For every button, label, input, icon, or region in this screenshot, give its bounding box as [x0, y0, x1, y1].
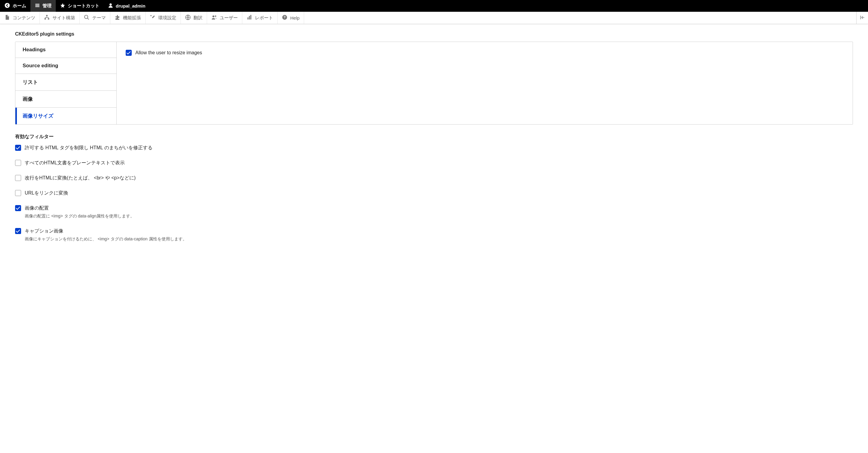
- svg-point-4: [110, 3, 112, 6]
- appearance-icon: [84, 15, 90, 21]
- structure-icon: [44, 15, 50, 21]
- filter-label: 画像の配置: [25, 205, 49, 211]
- manage-button[interactable]: 管理: [30, 0, 56, 12]
- svg-rect-12: [247, 18, 248, 20]
- toolbar-extend[interactable]: 機能拡張: [110, 12, 146, 24]
- svg-rect-2: [35, 5, 39, 6]
- filter-row: 許可する HTML タグを制限し HTML のまちがいを修正する: [15, 145, 853, 151]
- user-label: drupal_admin: [116, 3, 145, 8]
- toolbar-config-label: 環境設定: [158, 15, 176, 21]
- svg-rect-17: [860, 16, 861, 19]
- filter-checkbox[interactable]: [15, 205, 21, 211]
- resize-allow-checkbox[interactable]: [126, 50, 132, 56]
- toolbar-collapse-button[interactable]: [856, 12, 868, 24]
- filter-checkbox[interactable]: [15, 175, 21, 181]
- back-home-button[interactable]: ホーム: [0, 0, 30, 12]
- toolbar-translate-label: 翻訳: [193, 15, 203, 21]
- filter-item: 画像の配置画像の配置に <img> タグの data-align属性を使用します…: [15, 205, 853, 219]
- svg-point-11: [215, 16, 216, 17]
- filter-checkbox[interactable]: [15, 228, 21, 234]
- toolbar-people[interactable]: ユーザー: [207, 12, 242, 24]
- toolbar-appearance-label: テーマ: [92, 15, 106, 21]
- toolbar-help[interactable]: ? Help: [278, 12, 304, 24]
- tab-source-editing[interactable]: Source editing: [16, 58, 116, 74]
- shortcuts-label: ショートカット: [68, 3, 99, 9]
- user-icon: [108, 3, 113, 9]
- home-label: ホーム: [13, 3, 26, 9]
- filter-checkbox[interactable]: [15, 160, 21, 166]
- tab-image[interactable]: 画像: [16, 91, 116, 108]
- svg-rect-5: [46, 15, 48, 16]
- filter-row: 改行をHTMLに変換(たとえば、 <br> や <p>などに): [15, 175, 853, 181]
- shortcuts-button[interactable]: ショートカット: [56, 0, 104, 12]
- filter-item: 改行をHTMLに変換(たとえば、 <br> や <p>などに): [15, 175, 853, 181]
- top-admin-bar: ホーム 管理 ショートカット drupal_admin: [0, 0, 868, 12]
- admin-toolbar: コンテンツ サイト構築 テーマ 機能拡張 環境設定 翻訳 ユーザー レポート ?…: [0, 12, 868, 24]
- filter-checkbox[interactable]: [15, 145, 21, 151]
- toolbar-config[interactable]: 環境設定: [146, 12, 181, 24]
- user-button[interactable]: drupal_admin: [104, 0, 150, 12]
- svg-rect-7: [48, 19, 50, 20]
- toolbar-reports-label: レポート: [255, 15, 273, 21]
- toolbar-translate[interactable]: 翻訳: [181, 12, 207, 24]
- svg-point-8: [84, 15, 88, 19]
- filter-row: URLをリンクに変換: [15, 190, 853, 196]
- plugin-settings-title: CKEditor5 plugin settings: [15, 31, 853, 37]
- filter-item: 許可する HTML タグを制限し HTML のまちがいを修正する: [15, 145, 853, 151]
- svg-rect-13: [249, 16, 250, 20]
- toolbar-structure[interactable]: サイト構築: [40, 12, 80, 24]
- vtabs-list: Headings Source editing リスト 画像 画像リサイズ: [16, 42, 117, 124]
- toolbar-extend-label: 機能拡張: [123, 15, 141, 21]
- filter-item: キャプション画像画像にキャプションを付けるために、 <img> タグの data…: [15, 228, 853, 242]
- main-content: CKEditor5 plugin settings Headings Sourc…: [0, 24, 868, 258]
- reports-icon: [247, 15, 252, 21]
- svg-point-10: [213, 16, 214, 17]
- filter-label: すべてのHTML文書をプレーンテキストで表示: [25, 160, 125, 166]
- extend-icon: [115, 15, 120, 21]
- filter-row: 画像の配置: [15, 205, 853, 211]
- filter-label: 改行をHTMLに変換(たとえば、 <br> や <p>などに): [25, 175, 135, 181]
- filter-description: 画像にキャプションを付けるために、 <img> タグの data-caption…: [25, 236, 853, 242]
- filter-row: キャプション画像: [15, 228, 853, 234]
- collapse-icon: [860, 15, 865, 21]
- tab-list[interactable]: リスト: [16, 74, 116, 91]
- svg-rect-1: [35, 4, 39, 4]
- globe-icon: [185, 15, 191, 21]
- svg-point-0: [5, 3, 10, 8]
- star-icon: [60, 3, 65, 9]
- filter-row: すべてのHTML文書をプレーンテキストで表示: [15, 160, 853, 166]
- svg-rect-14: [250, 15, 251, 20]
- filter-checkbox[interactable]: [15, 190, 21, 196]
- resize-allow-label: Allow the user to resize images: [135, 50, 202, 56]
- menu-icon: [35, 3, 40, 9]
- plugin-vtabs: Headings Source editing リスト 画像 画像リサイズ Al…: [15, 41, 853, 124]
- people-icon: [211, 15, 217, 21]
- back-icon: [4, 2, 10, 9]
- toolbar-help-label: Help: [290, 16, 300, 21]
- filters-title: 有効なフィルター: [15, 134, 853, 140]
- filter-description: 画像の配置に <img> タグの data-align属性を使用します。: [25, 214, 853, 219]
- svg-rect-3: [35, 6, 39, 7]
- config-icon: [150, 15, 156, 21]
- tab-image-resize[interactable]: 画像リサイズ: [16, 108, 116, 124]
- resize-allow-row: Allow the user to resize images: [126, 50, 844, 56]
- filters-section: 許可する HTML タグを制限し HTML のまちがいを修正するすべてのHTML…: [15, 145, 853, 242]
- svg-rect-6: [44, 19, 46, 20]
- filter-label: 許可する HTML タグを制限し HTML のまちがいを修正する: [25, 145, 153, 151]
- toolbar-content-label: コンテンツ: [13, 15, 35, 21]
- manage-label: 管理: [42, 3, 52, 9]
- file-icon: [4, 15, 10, 21]
- toolbar-content[interactable]: コンテンツ: [0, 12, 40, 24]
- help-icon: ?: [282, 15, 287, 21]
- toolbar-structure-label: サイト構築: [53, 15, 75, 21]
- svg-text:?: ?: [284, 16, 286, 19]
- tab-headings[interactable]: Headings: [16, 42, 116, 58]
- filter-label: URLをリンクに変換: [25, 190, 68, 196]
- toolbar-reports[interactable]: レポート: [242, 12, 278, 24]
- filter-item: URLをリンクに変換: [15, 190, 853, 196]
- filter-label: キャプション画像: [25, 228, 63, 234]
- toolbar-appearance[interactable]: テーマ: [80, 12, 110, 24]
- vtabs-panel: Allow the user to resize images: [117, 42, 852, 124]
- filter-item: すべてのHTML文書をプレーンテキストで表示: [15, 160, 853, 166]
- toolbar-people-label: ユーザー: [220, 15, 238, 21]
